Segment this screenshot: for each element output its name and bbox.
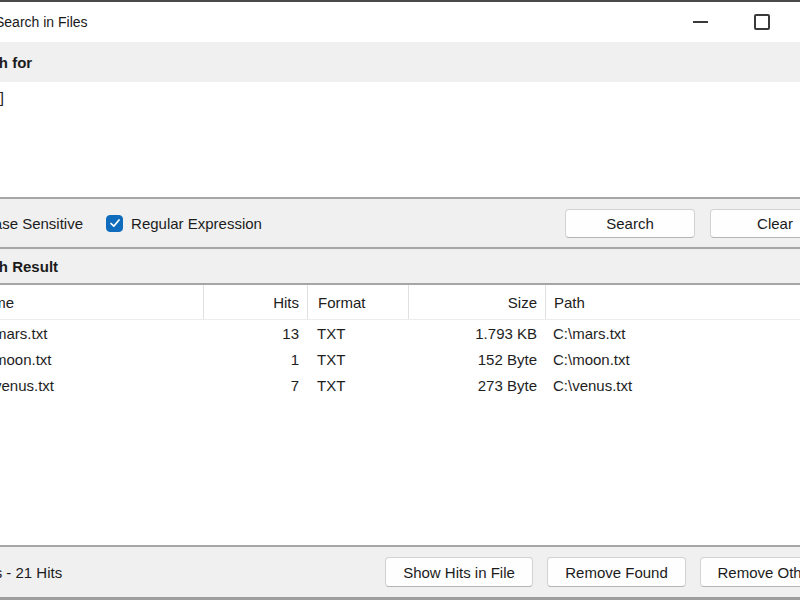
regular-expression-label: Regular Expression (131, 215, 262, 232)
minimize-icon (693, 21, 708, 23)
cell-size: 152 Byte (408, 351, 545, 368)
status-text: 3 Files - 21 Hits (0, 564, 62, 581)
screenshot-viewport: Search in Files Search for [aeiou] Case … (0, 0, 800, 600)
table-row-moon[interactable]: moon.txt 1 TXT 152 Byte C:\moon.txt (0, 346, 800, 372)
column-header-format[interactable]: Format (307, 285, 408, 319)
search-for-label: Search for (0, 54, 32, 71)
cell-path: C:\mars.txt (545, 325, 800, 342)
regular-expression-checkbox[interactable] (106, 215, 123, 232)
results-table-header: Name Hits Format Size Path (0, 285, 800, 320)
remove-found-button[interactable]: Remove Found (547, 557, 686, 587)
search-result-label: Search Result (0, 258, 58, 275)
search-button[interactable]: Search (565, 209, 695, 238)
search-query-area: [aeiou] (0, 82, 800, 197)
cell-path: C:\moon.txt (545, 351, 800, 368)
cell-format: TXT (307, 377, 408, 394)
minimize-button[interactable] (677, 2, 723, 42)
maximize-button[interactable] (739, 2, 785, 42)
cell-hits: 7 (203, 377, 307, 394)
footer-bar: 3 Files - 21 Hits Show Hits in File Remo… (0, 547, 800, 597)
cell-name: moon.txt (0, 351, 203, 368)
cell-size: 273 Byte (408, 377, 545, 394)
remove-others-button[interactable]: Remove Others (700, 557, 800, 587)
cell-hits: 1 (203, 351, 307, 368)
table-row-mars[interactable]: mars.txt 13 TXT 1.793 KB C:\mars.txt (0, 320, 800, 346)
search-for-header: Search for (0, 42, 800, 82)
search-options-row: Case Sensitive Regular Expression Search… (0, 199, 800, 247)
cell-size: 1.793 KB (408, 325, 545, 342)
cell-name: venus.txt (0, 377, 203, 394)
case-sensitive-option: Case Sensitive (0, 215, 83, 232)
column-header-name[interactable]: Name (0, 285, 203, 319)
column-header-size[interactable]: Size (408, 285, 545, 319)
search-in-files-window: Search in Files Search for [aeiou] Case … (0, 0, 800, 600)
column-header-hits[interactable]: Hits (203, 285, 307, 319)
show-hits-in-file-button[interactable]: Show Hits in File (385, 557, 533, 587)
case-sensitive-label: Case Sensitive (0, 215, 83, 232)
titlebar: Search in Files (0, 2, 800, 42)
footer-buttons: Show Hits in File Remove Found Remove Ot… (385, 557, 800, 587)
search-result-header: Search Result (0, 249, 800, 283)
window-title: Search in Files (0, 14, 88, 30)
cell-path: C:\venus.txt (545, 377, 800, 394)
maximize-icon (754, 14, 770, 30)
cell-format: TXT (307, 351, 408, 368)
cell-hits: 13 (203, 325, 307, 342)
regular-expression-option: Regular Expression (106, 215, 262, 232)
search-query-input[interactable]: [aeiou] (0, 82, 800, 197)
table-row-venus[interactable]: venus.txt 7 TXT 273 Byte C:\venus.txt (0, 372, 800, 398)
clear-button[interactable]: Clear (710, 209, 800, 238)
results-empty-area (0, 398, 800, 545)
cell-format: TXT (307, 325, 408, 342)
cell-name: mars.txt (0, 325, 203, 342)
column-header-path[interactable]: Path (545, 285, 800, 319)
checkmark-icon (109, 217, 121, 229)
